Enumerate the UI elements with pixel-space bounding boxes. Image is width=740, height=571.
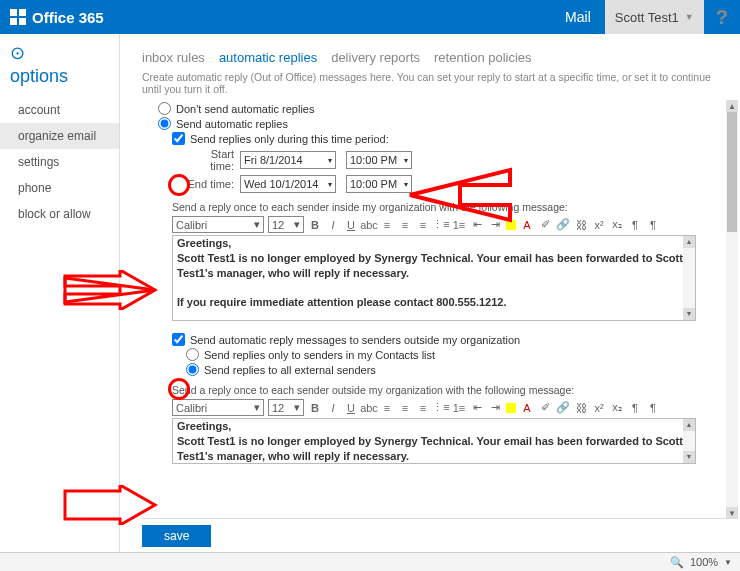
content: inbox rules automatic replies delivery r… (120, 34, 740, 553)
brand: Office 365 (10, 9, 104, 26)
subscript-icon[interactable]: x₂ (610, 218, 624, 232)
svg-rect-3 (19, 18, 26, 25)
rtl-icon[interactable]: ¶ (646, 218, 660, 232)
external-message-editor[interactable]: Greetings, Scott Test1 is no longer empl… (172, 418, 696, 464)
chevron-down-icon: ▼ (685, 12, 694, 22)
zoom-out-icon[interactable]: 🔍 (670, 556, 684, 569)
underline-icon[interactable]: U (344, 218, 358, 232)
font-color-icon[interactable]: A (520, 218, 534, 232)
chevron-down-icon: ▾ (328, 156, 332, 165)
editor-scrollbar[interactable]: ▲▼ (683, 419, 695, 463)
check-outside-org[interactable]: Send automatic reply messages to senders… (172, 333, 726, 346)
font-select[interactable]: Calibri▾ (172, 216, 264, 233)
tabs: inbox rules automatic replies delivery r… (120, 34, 740, 71)
sidebar-item-phone[interactable]: phone (0, 175, 119, 201)
align-right-icon[interactable]: ≡ (416, 401, 430, 415)
radio-dont-send[interactable]: Don't send automatic replies (158, 102, 726, 115)
tab-automatic-replies[interactable]: automatic replies (219, 50, 317, 65)
top-bar: Office 365 Mail Scott Test1 ▼ ? (0, 0, 740, 34)
mail-link[interactable]: Mail (565, 9, 591, 25)
tab-inbox-rules[interactable]: inbox rules (142, 50, 205, 65)
font-size-select[interactable]: 12▾ (268, 399, 304, 416)
number-list-icon[interactable]: 1≡ (452, 218, 466, 232)
sidebar-item-organize-email[interactable]: organize email (0, 123, 119, 149)
ltr-icon[interactable]: ¶ (628, 401, 642, 415)
scroll-up-icon[interactable]: ▲ (726, 100, 738, 112)
rtl-icon[interactable]: ¶ (646, 401, 660, 415)
editor-scrollbar[interactable]: ▲▼ (683, 236, 695, 320)
save-bar: save (142, 518, 726, 553)
indent-icon[interactable]: ⇥ (488, 218, 502, 232)
bold-icon[interactable]: B (308, 401, 322, 415)
bullet-list-icon[interactable]: ⋮≡ (434, 218, 448, 232)
internal-message-editor[interactable]: Greetings, Scott Test1 is no longer empl… (172, 235, 696, 321)
external-reply-label: Send a reply once to each sender outside… (172, 384, 726, 396)
align-right-icon[interactable]: ≡ (416, 218, 430, 232)
highlight-icon[interactable] (506, 220, 516, 230)
unlink-icon[interactable]: ⛓ (574, 401, 588, 415)
svg-rect-2 (10, 18, 17, 25)
font-select[interactable]: Calibri▾ (172, 399, 264, 416)
strike-icon[interactable]: abc (362, 218, 376, 232)
indent-icon[interactable]: ⇥ (488, 401, 502, 415)
clear-format-icon[interactable]: ✐ (538, 218, 552, 232)
font-size-select[interactable]: 12▾ (268, 216, 304, 233)
radio-send[interactable]: Send automatic replies (158, 117, 726, 130)
back-icon[interactable]: ⊙ (0, 34, 119, 64)
sidebar-item-block-or-allow[interactable]: block or allow (0, 201, 119, 227)
strike-icon[interactable]: abc (362, 401, 376, 415)
help-icon[interactable]: ? (716, 6, 728, 29)
chevron-down-icon: ▾ (404, 156, 408, 165)
outdent-icon[interactable]: ⇤ (470, 218, 484, 232)
radio-contacts-only[interactable]: Send replies only to senders in my Conta… (186, 348, 726, 361)
end-time-select[interactable]: 10:00 PM▾ (346, 175, 412, 193)
link-icon[interactable]: 🔗 (556, 401, 570, 415)
start-time-select[interactable]: 10:00 PM▾ (346, 151, 412, 169)
end-label: End time: (186, 178, 234, 190)
ltr-icon[interactable]: ¶ (628, 218, 642, 232)
align-center-icon[interactable]: ≡ (398, 401, 412, 415)
check-time-period[interactable]: Send replies only during this time perio… (172, 132, 726, 145)
number-list-icon[interactable]: 1≡ (452, 401, 466, 415)
highlight-icon[interactable] (506, 403, 516, 413)
scroll-down-icon[interactable]: ▼ (726, 507, 738, 519)
superscript-icon[interactable]: x² (592, 401, 606, 415)
start-label: Start time: (186, 148, 234, 172)
clear-format-icon[interactable]: ✐ (538, 401, 552, 415)
rich-text-toolbar-internal: Calibri▾ 12▾ B I U abc ≡ ≡ ≡ ⋮≡ 1≡ ⇤ ⇥ A… (172, 216, 726, 233)
options-title: options (0, 64, 119, 97)
radio-all-external[interactable]: Send replies to all external senders (186, 363, 726, 376)
align-left-icon[interactable]: ≡ (380, 401, 394, 415)
save-button[interactable]: save (142, 525, 211, 547)
content-scrollbar[interactable]: ▲ ▼ (726, 100, 738, 519)
subscript-icon[interactable]: x₂ (610, 401, 624, 415)
font-color-icon[interactable]: A (520, 401, 534, 415)
start-date-select[interactable]: Fri 8/1/2014▾ (240, 151, 336, 169)
office-logo-icon (10, 9, 26, 25)
align-left-icon[interactable]: ≡ (380, 218, 394, 232)
underline-icon[interactable]: U (344, 401, 358, 415)
superscript-icon[interactable]: x² (592, 218, 606, 232)
link-icon[interactable]: 🔗 (556, 218, 570, 232)
bold-icon[interactable]: B (308, 218, 322, 232)
sidebar-item-account[interactable]: account (0, 97, 119, 123)
italic-icon[interactable]: I (326, 401, 340, 415)
bullet-list-icon[interactable]: ⋮≡ (434, 401, 448, 415)
page-description: Create automatic reply (Out of Office) m… (120, 71, 740, 103)
zoom-dropdown-icon[interactable]: ▼ (724, 558, 732, 567)
outdent-icon[interactable]: ⇤ (470, 401, 484, 415)
sidebar-item-settings[interactable]: settings (0, 149, 119, 175)
unlink-icon[interactable]: ⛓ (574, 218, 588, 232)
chevron-down-icon: ▾ (328, 180, 332, 189)
tab-delivery-reports[interactable]: delivery reports (331, 50, 420, 65)
italic-icon[interactable]: I (326, 218, 340, 232)
status-bar: 🔍 100% ▼ (0, 552, 740, 571)
user-menu[interactable]: Scott Test1 ▼ (605, 0, 704, 34)
align-center-icon[interactable]: ≡ (398, 218, 412, 232)
end-time-row: End time: Wed 10/1/2014▾ 10:00 PM▾ (186, 175, 726, 193)
brand-text: Office 365 (32, 9, 104, 26)
end-date-select[interactable]: Wed 10/1/2014▾ (240, 175, 336, 193)
tab-retention-policies[interactable]: retention policies (434, 50, 532, 65)
chevron-down-icon: ▾ (404, 180, 408, 189)
form-scroll-area: Don't send automatic replies Send automa… (120, 100, 726, 519)
